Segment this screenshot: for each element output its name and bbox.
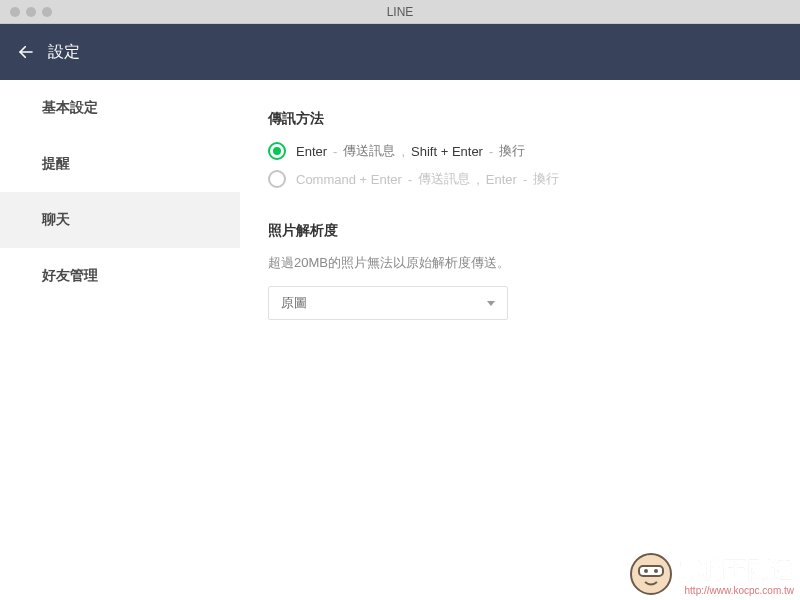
radio-newline-label: 換行 [533,170,559,188]
separator-icon: , [401,144,405,159]
zoom-window-icon[interactable] [42,7,52,17]
radio-send-label: 傳送訊息 [418,170,470,188]
radio-key: Enter [296,144,327,159]
header-title: 設定 [48,42,80,63]
sidebar-item-chat[interactable]: 聊天 [0,192,240,248]
photo-resolution-select[interactable]: 原圖 [268,286,508,320]
radio-icon [268,142,286,160]
section-send-method: 傳訊方法 Enter - 傳送訊息 , Shift + Enter - 換行 C… [268,110,772,188]
back-icon[interactable] [16,42,36,62]
minimize-window-icon[interactable] [26,7,36,17]
radio-newline-key: Shift + Enter [411,144,483,159]
close-window-icon[interactable] [10,7,20,17]
sidebar-item-friends[interactable]: 好友管理 [0,248,240,304]
radio-send-enter[interactable]: Enter - 傳送訊息 , Shift + Enter - 換行 [268,142,772,160]
section-photo-resolution: 照片解析度 超過20MB的照片無法以原始解析度傳送。 原圖 [268,222,772,320]
radio-icon [268,170,286,188]
sidebar-item-notifications[interactable]: 提醒 [0,136,240,192]
separator-icon: , [476,172,480,187]
settings-content: 傳訊方法 Enter - 傳送訊息 , Shift + Enter - 換行 C… [240,80,800,600]
window-title: LINE [0,5,800,19]
radio-newline-label: 換行 [499,142,525,160]
sidebar-item-label: 基本設定 [42,99,98,117]
caret-down-icon [487,301,495,306]
radio-key: Command + Enter [296,172,402,187]
select-value: 原圖 [281,294,307,312]
window-controls [0,7,52,17]
section-title: 照片解析度 [268,222,772,240]
settings-sidebar: 基本設定 提醒 聊天 好友管理 [0,80,240,600]
section-description: 超過20MB的照片無法以原始解析度傳送。 [268,254,772,272]
separator-icon: - [333,144,337,159]
separator-icon: - [523,172,527,187]
sidebar-item-label: 聊天 [42,211,70,229]
sidebar-item-label: 好友管理 [42,267,98,285]
sidebar-item-label: 提醒 [42,155,70,173]
radio-send-cmd-enter[interactable]: Command + Enter - 傳送訊息 , Enter - 換行 [268,170,772,188]
radio-send-label: 傳送訊息 [343,142,395,160]
settings-header: 設定 [0,24,800,80]
separator-icon: - [408,172,412,187]
separator-icon: - [489,144,493,159]
section-title: 傳訊方法 [268,110,772,128]
sidebar-item-basic[interactable]: 基本設定 [0,80,240,136]
radio-newline-key: Enter [486,172,517,187]
titlebar: LINE [0,0,800,24]
